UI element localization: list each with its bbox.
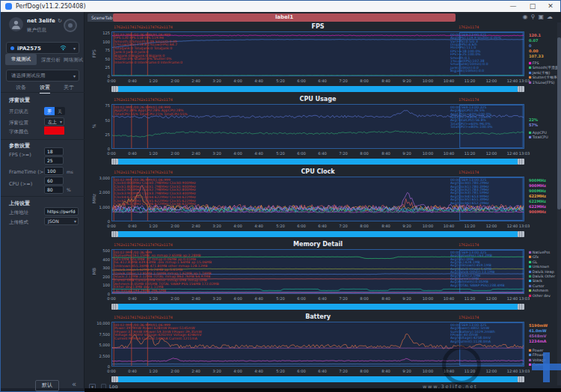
param-settings-title: 参数设置 <box>9 142 30 150</box>
legend-item[interactable]: Stutter(卡顿率) <box>529 76 559 79</box>
float-settings-title: 浮窗设置 <box>9 97 30 104</box>
x-tick-label: 8:40 <box>378 151 393 156</box>
position-dropdown[interactable]: 左上▾ <box>44 117 64 126</box>
timeline-scrollbar[interactable] <box>111 231 524 237</box>
resolution-annotation: 1762x11741762x1174762x1174 <box>114 315 173 319</box>
close-button[interactable]: ✕ <box>542 1 559 12</box>
scrollbar-handle-right[interactable] <box>518 159 524 165</box>
upload-format-dropdown[interactable]: JSON▾ <box>44 217 79 225</box>
legend-item[interactable]: Ashmem <box>529 289 548 293</box>
current-value: 5190mW <box>529 323 548 328</box>
cpu-low-input[interactable] <box>44 177 64 185</box>
maximize-button[interactable]: □ <box>524 1 541 12</box>
collapse-sidebar-button[interactable]: « <box>72 380 76 388</box>
scrollbar-handle-left[interactable] <box>111 86 118 92</box>
location-icon[interactable]: ◉ <box>523 13 531 20</box>
x-tick-label: 0:00 <box>104 151 119 156</box>
cloud-icon[interactable]: ☁ <box>547 13 556 20</box>
folder-icon[interactable]: ▣ <box>538 13 547 20</box>
vertical-scrollbar[interactable] <box>557 22 561 385</box>
account-info-link[interactable]: 账户信息 <box>27 27 46 34</box>
scrollbar-handle-left[interactable] <box>111 304 118 310</box>
fps-high-input[interactable] <box>44 156 64 165</box>
x-tick-label: 5:20 <box>272 224 287 228</box>
scrollbar-handle-right[interactable] <box>518 231 524 237</box>
x-tick-label: 6:40 <box>315 79 330 83</box>
current-value: 622MHz <box>529 199 546 203</box>
legend-item[interactable]: Smooth(平滑度) <box>529 66 560 70</box>
tab-about[interactable]: 关于 <box>64 84 74 91</box>
float-window-toggle[interactable]: 开 关 <box>44 107 65 115</box>
current-value: 900MHz <box>529 209 546 214</box>
x-tick-label: 1:20 <box>146 151 161 156</box>
x-tick-label: 4:00 <box>230 296 245 301</box>
timeline-scrollbar[interactable] <box>111 304 524 310</box>
x-tick-label: 6:00 <box>294 369 309 373</box>
scrollbar-handle-left[interactable] <box>111 376 118 382</box>
plot-area[interactable]: 00:02:999 /00:26:999/01:08:999AppCPU:28%… <box>111 104 524 149</box>
x-tick-label: 10:00 <box>420 369 435 373</box>
x-tick-label: 8:00 <box>357 79 372 83</box>
current-value: 0 <box>529 43 532 48</box>
tab-device[interactable]: 设备 <box>16 84 26 91</box>
legend-item[interactable]: Unknown <box>529 265 549 269</box>
x-tick-label: 7:20 <box>336 369 351 373</box>
app-select-dropdown[interactable]: 请选择测试应用 ▾ <box>6 70 79 82</box>
tab-network-test[interactable]: 网络测试 <box>64 57 83 64</box>
scene-label-bar[interactable]: label1 <box>113 13 456 22</box>
legend-item[interactable]: Gfx <box>529 255 539 259</box>
toggle-off[interactable]: 关 <box>55 107 65 115</box>
pin-icon[interactable]: ⚲ <box>531 13 539 20</box>
scrollbar-handle-right[interactable] <box>518 304 524 310</box>
legend-item[interactable]: Jank(卡顿) <box>529 71 550 75</box>
scrollbar-handle-right[interactable] <box>518 376 524 382</box>
device-selector[interactable]: iPA2575 ▾ <box>6 42 79 54</box>
current-value: 622MHz <box>529 204 546 209</box>
fps-low-input[interactable] <box>44 147 64 156</box>
legend-item[interactable]: Cursor <box>529 284 545 288</box>
position-value: 左上 <box>48 119 57 124</box>
legend-item[interactable]: TotalCPU <box>529 135 548 139</box>
legend-item[interactable]: Stack <box>529 279 542 283</box>
legend-item[interactable]: Dalvik Heap <box>529 270 554 274</box>
upload-url-input[interactable] <box>44 207 79 215</box>
scene-tab[interactable]: SceneTab <box>88 13 116 22</box>
timeline-scrollbar[interactable] <box>111 86 524 92</box>
legend-item[interactable]: 1%Low(FPS) <box>529 81 554 85</box>
plot-area[interactable]: 00:02:999 /00:36:999/01:06:999FPS:120 FP… <box>111 31 524 76</box>
x-tick-label: 10:00 <box>420 296 435 301</box>
timeline-scrollbar[interactable] <box>111 159 524 165</box>
plot-area[interactable]: 00:02:999 /00:36:999/01:06:999Clock0:800… <box>111 177 524 221</box>
tab-deep-analysis[interactable]: 深度分析 <box>41 57 61 64</box>
scrollbar-handle-right[interactable] <box>518 86 524 92</box>
current-value: 4548mV <box>529 334 546 338</box>
cpu-high-input[interactable] <box>44 186 64 194</box>
scrollbar-handle-left[interactable] <box>111 231 118 237</box>
tab-regular-test[interactable]: 常规测试 <box>5 54 37 65</box>
legend-swatch <box>529 256 531 258</box>
font-color-swatch[interactable] <box>44 126 64 135</box>
default-button[interactable]: 默认 <box>35 380 59 391</box>
sync-icon[interactable]: ↻ <box>58 18 62 24</box>
stat-annotation-red: 00:02:999 /00:36:999/01:06:999Clock0:800… <box>114 178 196 206</box>
legend-item[interactable]: GL <box>529 260 537 264</box>
toggle-on[interactable]: 开 <box>44 107 55 115</box>
x-tick-label: 10:00 <box>420 224 435 228</box>
current-value: 900MHz <box>529 189 546 193</box>
device-name: iPA2575 <box>17 46 41 52</box>
y-tick-label: 75 <box>92 103 110 108</box>
frametime-input[interactable] <box>44 167 64 175</box>
record-button[interactable] <box>64 19 77 32</box>
legend-item[interactable]: Other dev <box>529 294 551 298</box>
y-tick-label: 25 <box>92 65 110 70</box>
minimize-button[interactable]: — <box>505 1 521 12</box>
legend-swatch <box>529 67 531 69</box>
vertical-scrollbar-thumb[interactable] <box>557 37 561 209</box>
y-tick-label: 400 <box>92 257 110 262</box>
scrollbar-handle-left[interactable] <box>111 159 118 165</box>
watermark-text: www.3elife.net <box>423 384 477 390</box>
plot-area[interactable]: 00:02:999 /00:36:999NativePss:161.15MB .… <box>111 249 524 294</box>
y-tick-label: 5,000 <box>92 343 110 347</box>
resolution-annotation: 1762x1174 <box>459 170 479 174</box>
x-tick-label: 0:00 <box>104 79 119 83</box>
